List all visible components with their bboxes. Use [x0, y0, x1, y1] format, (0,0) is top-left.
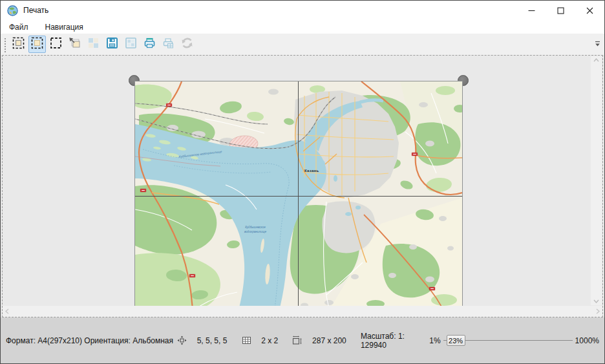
select-region-button[interactable] — [47, 36, 65, 53]
dashed-frame-page-icon — [30, 36, 44, 52]
scroll-right-icon[interactable] — [596, 308, 600, 314]
map-label-reservoir-lower-1: Куйбышевское — [245, 225, 266, 229]
scroll-left-icon[interactable] — [5, 308, 9, 314]
titlebar: Печать — [1, 1, 604, 20]
zoom-min-label: 1% — [429, 336, 440, 345]
page-size-icon — [292, 317, 310, 363]
minimize-icon — [528, 7, 535, 14]
printer-icon — [143, 36, 156, 52]
close-icon — [586, 7, 593, 14]
print-region-filled-button[interactable] — [28, 36, 46, 53]
zoom-slider-thumb[interactable]: 23% — [447, 335, 465, 346]
refresh-button[interactable] — [178, 36, 196, 53]
toolbar-overflow-icon — [595, 38, 600, 50]
toolbar — [1, 34, 604, 55]
maximize-button[interactable] — [546, 1, 575, 20]
zoom-slider-track[interactable]: 23% — [443, 334, 573, 347]
scroll-up-icon[interactable] — [593, 58, 599, 62]
save-button[interactable] — [103, 36, 121, 53]
window-title: Печать — [23, 6, 48, 15]
tiled-pages-icon — [124, 36, 138, 52]
toolbar-overflow-button[interactable] — [593, 36, 602, 52]
scale-label: Масштаб: 1: 129940 — [361, 332, 421, 350]
arrow-topleft-page-icon — [68, 36, 81, 52]
page-size-value: 287 x 200 — [312, 336, 346, 345]
menu-file[interactable]: Файл — [7, 21, 30, 33]
print-window: Печать Файл Навигация — [0, 0, 605, 364]
horizontal-scrollbar[interactable] — [3, 306, 602, 317]
move-region-button[interactable] — [66, 36, 83, 53]
floppy-disk-icon — [105, 36, 119, 52]
grid-value: 2 x 2 — [261, 336, 278, 345]
statusbar: Формат: A4(297x210) Ориентация: Альбомна… — [1, 317, 604, 363]
map-preview[interactable]: Казань Куйбышевское водохранилище Куйбыш… — [134, 81, 463, 306]
margins-value: 5, 5, 5, 5 — [197, 336, 228, 345]
tiles-icon — [87, 36, 100, 52]
print-page-region: Казань Куйбышевское водохранилище Куйбыш… — [134, 81, 463, 306]
maximize-icon — [557, 7, 564, 14]
menubar: Файл Навигация — [1, 20, 604, 34]
dashed-frame-icon — [49, 36, 63, 52]
map-label-city: Казань — [304, 169, 319, 173]
print-pages-button[interactable] — [160, 36, 177, 53]
grid-icon — [242, 317, 259, 363]
zoom-control: 1% 23% 1000% — [429, 334, 599, 347]
save-pages-button[interactable] — [122, 36, 140, 53]
print-region-bordered-button[interactable] — [10, 36, 27, 53]
close-button[interactable] — [575, 1, 604, 20]
dashed-frame-filled-page-icon — [12, 36, 25, 52]
format-orientation-label: Формат: A4(297x210) Ориентация: Альбомна… — [6, 336, 173, 345]
window-controls — [517, 1, 604, 20]
vertical-scrollbar[interactable] — [591, 56, 602, 305]
globe-app-icon — [7, 5, 18, 16]
margins-icon — [177, 317, 195, 363]
page-size-indicator: 287 x 200 — [292, 317, 346, 363]
scroll-down-icon[interactable] — [593, 299, 599, 303]
menu-navigation[interactable]: Навигация — [43, 21, 85, 33]
map-label-reservoir-lower-2: водохранилище — [244, 230, 266, 233]
zoom-max-label: 1000% — [575, 336, 599, 345]
toolbar-grip-handle[interactable] — [3, 37, 7, 52]
map-viewport[interactable]: Казань Куйбышевское водохранилище Куйбыш… — [3, 56, 602, 306]
print-button[interactable] — [141, 36, 158, 53]
margins-indicator: 5, 5, 5, 5 — [177, 317, 227, 363]
preview-area: Казань Куйбышевское водохранилище Куйбыш… — [2, 55, 603, 317]
refresh-icon — [180, 36, 194, 52]
grid-indicator: 2 x 2 — [242, 317, 279, 363]
minimize-button[interactable] — [517, 1, 546, 20]
printer-tiles-icon — [162, 36, 175, 52]
split-tiles-button[interactable] — [85, 36, 102, 53]
